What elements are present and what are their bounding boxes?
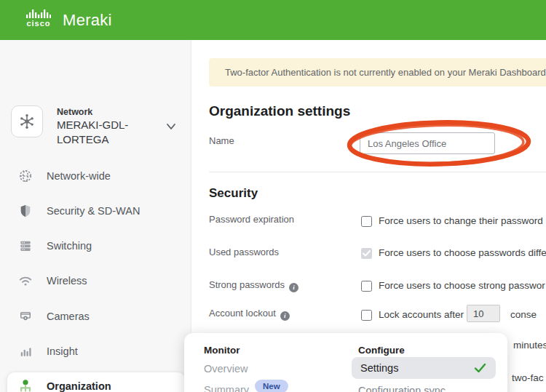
sidebar-item-label: Network-wide <box>47 170 111 182</box>
monitor-column-header: Monitor <box>204 345 240 356</box>
used-passwords-checkbox <box>361 248 372 259</box>
sidebar-item-label: Cameras <box>47 311 90 322</box>
meraki-wordmark: Meraki <box>63 11 112 30</box>
sidebar-item-insight[interactable]: Insight <box>0 334 191 369</box>
menu-item-configuration-sync[interactable]: Configuration sync <box>358 385 446 392</box>
info-icon[interactable]: i <box>280 311 290 321</box>
cisco-wordmark: cisco <box>26 19 50 28</box>
cisco-bars-icon <box>26 9 51 18</box>
banner-text: Two-factor Authentication is not current… <box>225 58 546 87</box>
globe-icon <box>17 168 33 184</box>
minutes-text-fragment: minutes <box>513 340 546 351</box>
sidebar-item-label: Switching <box>47 240 92 252</box>
account-lockout-label-text: Account lockout <box>209 308 276 319</box>
sidebar-item-cameras[interactable]: Cameras <box>0 299 191 334</box>
sidebar-item-security-sdwan[interactable]: Security & SD-WAN <box>0 193 191 228</box>
network-selector-icon-box[interactable] <box>11 105 43 137</box>
sidebar-item-wireless[interactable]: Wireless <box>0 263 191 298</box>
bar-chart-icon <box>17 343 33 359</box>
organization-name-input[interactable] <box>360 132 495 154</box>
wifi-icon <box>17 273 33 289</box>
sidebar: Network MERAKI-GDL- LORTEGA Network-wide <box>0 40 191 392</box>
sidebar-item-label: Insight <box>47 345 78 357</box>
new-badge: New <box>255 380 288 392</box>
security-section-title: Security <box>209 186 258 201</box>
checkmark-icon <box>363 250 371 257</box>
cisco-logo: cisco <box>26 9 51 28</box>
two-factor-text-fragment: two-fac <box>512 372 544 383</box>
strong-passwords-label: Strong passwordsi <box>209 279 298 292</box>
menu-item-summary[interactable]: Summary <box>204 384 249 392</box>
network-selector-chevron-down-icon[interactable] <box>166 121 176 134</box>
top-header-bar: cisco Meraki <box>0 0 546 40</box>
used-passwords-label: Used passwords <box>209 247 279 257</box>
two-factor-warning-banner: Two-factor Authentication is not current… <box>209 58 546 87</box>
strong-passwords-label-text: Strong passwords <box>209 279 285 290</box>
lockout-attempts-input[interactable] <box>467 305 500 322</box>
strong-passwords-text: Force users to choose strong passwor <box>379 280 545 291</box>
name-field-label: Name <box>209 135 234 146</box>
meraki-logo[interactable]: cisco Meraki <box>26 9 112 30</box>
sidebar-item-switching[interactable]: Switching <box>0 228 191 263</box>
menu-item-overview[interactable]: Overview <box>204 363 248 375</box>
lock-accounts-text-before: Lock accounts after <box>379 309 464 320</box>
sidebar-item-organization[interactable]: Organization <box>0 369 191 392</box>
shield-icon <box>17 203 33 219</box>
sidebar-item-label: Wireless <box>47 275 87 287</box>
camera-icon <box>17 308 33 324</box>
network-name-line2[interactable]: LORTEGA <box>57 133 108 145</box>
switch-stack-icon <box>17 238 33 254</box>
lock-accounts-text-after: conse <box>510 309 537 320</box>
organization-menu-popup: Monitor Overview Summary New Configure S… <box>184 333 507 392</box>
configure-column-header: Configure <box>358 345 405 356</box>
account-lockout-checkbox[interactable] <box>361 310 372 321</box>
password-expiration-checkbox[interactable] <box>361 216 372 227</box>
sidebar-item-label: Organization <box>47 380 111 392</box>
password-expiration-text: Force users to change their password <box>379 215 543 226</box>
account-lockout-label: Account lockouti <box>209 308 290 321</box>
network-hub-icon <box>17 112 36 131</box>
password-expiration-label: Password expiration <box>209 214 294 225</box>
page-title: Organization settings <box>209 103 350 119</box>
used-passwords-text: Force users to choose passwords diffe <box>379 247 546 258</box>
settings-label: Settings <box>360 362 474 374</box>
network-selector-label: Network <box>57 107 92 117</box>
info-icon[interactable]: i <box>289 283 298 292</box>
menu-item-settings[interactable]: Settings <box>352 357 496 379</box>
selected-checkmark-icon <box>474 363 486 373</box>
meraki-dashboard: cisco Meraki <box>0 0 546 392</box>
strong-passwords-checkbox[interactable] <box>361 281 372 292</box>
sidebar-item-network-wide[interactable]: Network-wide <box>0 159 191 193</box>
sidebar-item-label: Security & SD-WAN <box>47 205 140 217</box>
network-name-line1[interactable]: MERAKI-GDL- <box>57 119 128 131</box>
org-tree-icon <box>17 378 33 392</box>
section-divider <box>209 172 546 172</box>
